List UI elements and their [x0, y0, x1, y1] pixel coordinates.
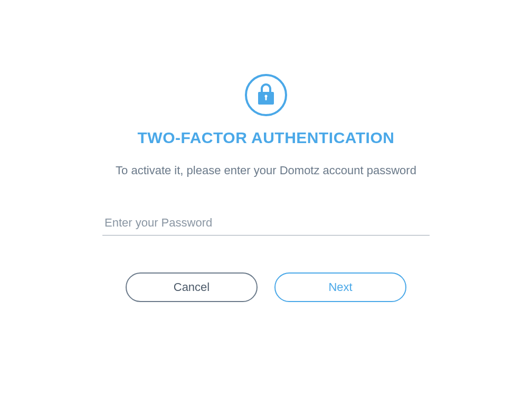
svg-point-1 [265, 95, 268, 98]
dialog-subtitle: To activate it, please enter your Domotz… [116, 162, 416, 179]
lock-icon-circle [245, 74, 287, 116]
button-row: Cancel Next [126, 272, 406, 302]
password-input[interactable] [102, 211, 430, 236]
next-button[interactable]: Next [274, 272, 406, 302]
lock-icon [256, 83, 276, 107]
dialog-title: TWO-FACTOR AUTHENTICATION [138, 129, 395, 147]
cancel-button[interactable]: Cancel [126, 272, 258, 302]
